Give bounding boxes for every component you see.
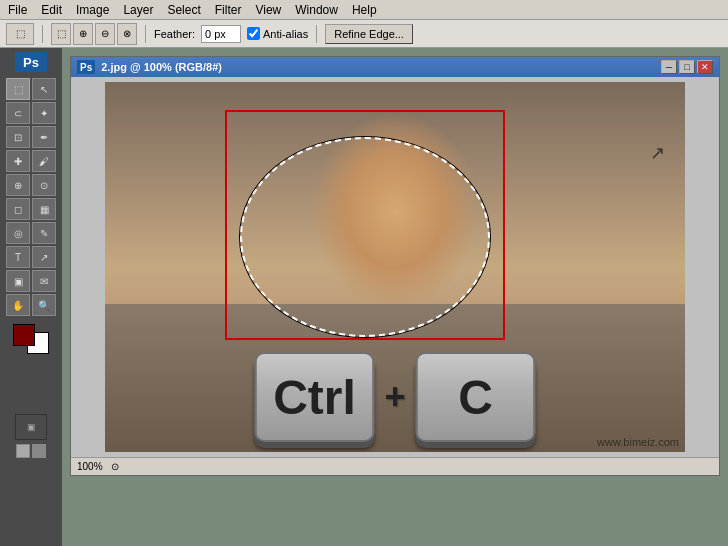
menu-layer[interactable]: Layer [119, 3, 157, 17]
status-bar: 100% ⊙ [71, 457, 719, 475]
c-key[interactable]: C [416, 352, 536, 442]
menu-view[interactable]: View [251, 3, 285, 17]
marquee-options-tool[interactable]: ⬚ [6, 23, 34, 45]
tool-lasso[interactable]: ⊂ [6, 102, 30, 124]
window-title-text: 2.jpg @ 100% (RGB/8#) [101, 61, 655, 73]
menu-filter[interactable]: Filter [211, 3, 246, 17]
tool-path-select[interactable]: ↗ [32, 246, 56, 268]
menu-help[interactable]: Help [348, 3, 381, 17]
window-minimize-btn[interactable]: ─ [661, 60, 677, 74]
antialias-checkbox-group: Anti-alias [247, 27, 308, 40]
tool-dodge[interactable]: ◎ [6, 222, 30, 244]
tool-text[interactable]: T [6, 246, 30, 268]
tool-marquee[interactable]: ⬚ [6, 78, 30, 100]
tool-history[interactable]: ⊙ [32, 174, 56, 196]
tool-zoom[interactable]: 🔍 [32, 294, 56, 316]
toolbar-separator-1 [42, 25, 43, 43]
full-screen-btn[interactable] [32, 444, 46, 458]
add-selection-btn[interactable]: ⊕ [73, 23, 93, 45]
window-close-btn[interactable]: ✕ [697, 60, 713, 74]
menu-bar: File Edit Image Layer Select Filter View… [0, 0, 728, 20]
canvas-area: Ps 2.jpg @ 100% (RGB/8#) ─ □ ✕ [62, 48, 728, 546]
tool-move[interactable]: ↖ [32, 78, 56, 100]
toolbar-separator-2 [145, 25, 146, 43]
image-window: Ps 2.jpg @ 100% (RGB/8#) ─ □ ✕ [70, 56, 720, 476]
tool-notes[interactable]: ✉ [32, 270, 56, 292]
feather-input[interactable] [201, 25, 241, 43]
foreground-color[interactable] [13, 324, 35, 346]
window-ps-icon: Ps [77, 60, 95, 74]
tool-grid: ⬚ ↖ ⊂ ✦ ⊡ ✒ ✚ 🖌 ⊕ ⊙ ◻ ▦ ◎ ✎ T ↗ ▣ ✉ ✋ 🔍 [6, 78, 56, 316]
tool-eraser[interactable]: ◻ [6, 198, 30, 220]
color-boxes [13, 324, 49, 354]
feather-label: Feather: [154, 28, 195, 40]
ps-logo: Ps [15, 52, 47, 72]
subtract-selection-btn[interactable]: ⊖ [95, 23, 115, 45]
menu-window[interactable]: Window [291, 3, 342, 17]
tool-magic-wand[interactable]: ✦ [32, 102, 56, 124]
window-maximize-btn[interactable]: □ [679, 60, 695, 74]
quick-mask-btn[interactable]: ▣ [15, 414, 47, 440]
refine-edge-button[interactable]: Refine Edge... [325, 24, 413, 44]
intersect-selection-btn[interactable]: ⊗ [117, 23, 137, 45]
view-mode-btns [16, 444, 46, 458]
image-window-titlebar: Ps 2.jpg @ 100% (RGB/8#) ─ □ ✕ [71, 57, 719, 77]
menu-edit[interactable]: Edit [37, 3, 66, 17]
plus-symbol: + [384, 376, 405, 418]
toolbox: Ps ⬚ ↖ ⊂ ✦ ⊡ ✒ ✚ 🖌 ⊕ ⊙ ◻ ▦ ◎ ✎ T ↗ ▣ ✉ ✋… [0, 48, 62, 546]
tool-hand[interactable]: ✋ [6, 294, 30, 316]
marching-ants-selection [240, 137, 490, 337]
canvas-content: Ctrl + C www.bimeiz.com ↗ [71, 77, 719, 457]
antialias-label: Anti-alias [263, 28, 308, 40]
tool-crop[interactable]: ⊡ [6, 126, 30, 148]
tool-clone[interactable]: ⊕ [6, 174, 30, 196]
toolbar: ⬚ ⬚ ⊕ ⊖ ⊗ Feather: Anti-alias Refine Edg… [0, 20, 728, 48]
watermark-text: www.bimeiz.com [597, 436, 679, 448]
ctrl-key[interactable]: Ctrl [254, 352, 374, 442]
toolbar-separator-3 [316, 25, 317, 43]
tool-brush[interactable]: 🖌 [32, 150, 56, 172]
new-selection-btn[interactable]: ⬚ [51, 23, 71, 45]
workspace: Ps ⬚ ↖ ⊂ ✦ ⊡ ✒ ✚ 🖌 ⊕ ⊙ ◻ ▦ ◎ ✎ T ↗ ▣ ✉ ✋… [0, 48, 728, 546]
tool-gradient[interactable]: ▦ [32, 198, 56, 220]
tool-pen[interactable]: ✎ [32, 222, 56, 244]
menu-file[interactable]: File [4, 3, 31, 17]
doc-info-icon: ⊙ [111, 461, 119, 472]
photo-area: Ctrl + C www.bimeiz.com ↗ [105, 82, 685, 452]
cursor-indicator: ↗ [650, 142, 665, 164]
menu-image[interactable]: Image [72, 3, 113, 17]
menu-select[interactable]: Select [163, 3, 204, 17]
tool-shape[interactable]: ▣ [6, 270, 30, 292]
keyboard-overlay: Ctrl + C [254, 352, 535, 442]
standard-screen-btn[interactable] [16, 444, 30, 458]
window-controls: ─ □ ✕ [661, 60, 713, 74]
tool-healing[interactable]: ✚ [6, 150, 30, 172]
zoom-level: 100% [77, 461, 103, 472]
tool-eyedropper[interactable]: ✒ [32, 126, 56, 148]
antialias-checkbox[interactable] [247, 27, 260, 40]
